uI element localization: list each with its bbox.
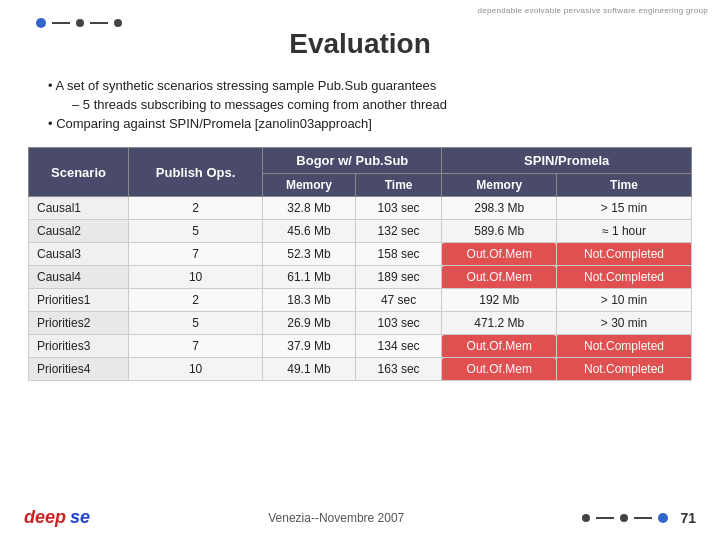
table-row: Causal1232.8 Mb103 sec298.3 Mb> 15 min	[29, 197, 692, 220]
footer: deep se Venezia--Novembre 2007 71	[0, 507, 720, 528]
table-row: Priorities41049.1 Mb163 secOut.Of.MemNot…	[29, 358, 692, 381]
table-cell: 192 Mb	[442, 289, 557, 312]
dot-b1	[582, 514, 590, 522]
table-cell: 37.9 Mb	[263, 335, 356, 358]
bullet-2: Comparing against SPIN/Promela [zanolin0…	[48, 116, 720, 131]
table-cell: 2	[129, 197, 263, 220]
table-cell: 7	[129, 335, 263, 358]
table-cell: 5	[129, 220, 263, 243]
table-cell: Causal1	[29, 197, 129, 220]
table-cell: 47 sec	[355, 289, 442, 312]
dot-line-b	[596, 517, 614, 519]
col-spin: SPIN/Promela	[442, 148, 692, 174]
slide-dots-top	[36, 18, 122, 28]
table-cell: Out.Of.Mem	[442, 358, 557, 381]
col-spin-time: Time	[556, 174, 691, 197]
col-publish: Publish Ops.	[129, 148, 263, 197]
table-cell: 103 sec	[355, 197, 442, 220]
bullet-1: A set of synthetic scenarios stressing s…	[48, 78, 720, 93]
table-cell: ≈ 1 hour	[556, 220, 691, 243]
table-cell: 18.3 Mb	[263, 289, 356, 312]
table-row: Priorities2526.9 Mb103 sec471.2 Mb> 30 m…	[29, 312, 692, 335]
col-spin-memory: Memory	[442, 174, 557, 197]
table-cell: Not.Completed	[556, 358, 691, 381]
dot-active	[36, 18, 46, 28]
table-cell: 61.1 Mb	[263, 266, 356, 289]
table-cell: 132 sec	[355, 220, 442, 243]
col-bogor-memory: Memory	[263, 174, 356, 197]
table-cell: 49.1 Mb	[263, 358, 356, 381]
table-cell: 134 sec	[355, 335, 442, 358]
dot-b2	[620, 514, 628, 522]
dot-b-active	[658, 513, 668, 523]
table-row: Causal41061.1 Mb189 secOut.Of.MemNot.Com…	[29, 266, 692, 289]
conference-label: Venezia--Novembre 2007	[268, 511, 404, 525]
table-cell: Not.Completed	[556, 243, 691, 266]
table-cell: Causal4	[29, 266, 129, 289]
table-cell: 5	[129, 312, 263, 335]
table-cell: Priorities4	[29, 358, 129, 381]
evaluation-table: Scenario Publish Ops. Bogor w/ Pub.Sub S…	[28, 147, 692, 381]
table-cell: > 30 min	[556, 312, 691, 335]
dot-line	[52, 22, 70, 24]
page-title: Evaluation	[0, 28, 720, 60]
table-cell: 10	[129, 266, 263, 289]
table-cell: Priorities2	[29, 312, 129, 335]
table-row: Priorities3737.9 Mb134 secOut.Of.MemNot.…	[29, 335, 692, 358]
table-cell: 32.8 Mb	[263, 197, 356, 220]
table-cell: 2	[129, 289, 263, 312]
logo: deep se	[24, 507, 90, 528]
table-cell: 158 sec	[355, 243, 442, 266]
dot	[76, 19, 84, 27]
logo-deep: deep	[24, 507, 66, 528]
col-bogor: Bogor w/ Pub.Sub	[263, 148, 442, 174]
data-table-container: Scenario Publish Ops. Bogor w/ Pub.Sub S…	[28, 147, 692, 381]
table-cell: Priorities3	[29, 335, 129, 358]
table-cell: 298.3 Mb	[442, 197, 557, 220]
table-cell: 163 sec	[355, 358, 442, 381]
dot2	[114, 19, 122, 27]
col-scenario: Scenario	[29, 148, 129, 197]
table-cell: Not.Completed	[556, 266, 691, 289]
table-cell: Not.Completed	[556, 335, 691, 358]
col-bogor-time: Time	[355, 174, 442, 197]
tagline: dependable evolvable pervasive software …	[477, 6, 708, 15]
slide-dots-bottom	[582, 513, 668, 523]
table-cell: Priorities1	[29, 289, 129, 312]
table-cell: 471.2 Mb	[442, 312, 557, 335]
table-cell: Out.Of.Mem	[442, 266, 557, 289]
table-cell: 52.3 Mb	[263, 243, 356, 266]
table-row: Causal2545.6 Mb132 sec589.6 Mb≈ 1 hour	[29, 220, 692, 243]
table-cell: 45.6 Mb	[263, 220, 356, 243]
table-cell: 589.6 Mb	[442, 220, 557, 243]
table-row: Causal3752.3 Mb158 secOut.Of.MemNot.Comp…	[29, 243, 692, 266]
table-cell: Out.Of.Mem	[442, 243, 557, 266]
table-cell: 26.9 Mb	[263, 312, 356, 335]
table-cell: Causal2	[29, 220, 129, 243]
logo-se: se	[70, 507, 90, 528]
table-row: Priorities1218.3 Mb47 sec192 Mb> 10 min	[29, 289, 692, 312]
table-cell: 10	[129, 358, 263, 381]
table-cell: Causal3	[29, 243, 129, 266]
dot-line2	[90, 22, 108, 24]
table-cell: > 10 min	[556, 289, 691, 312]
table-cell: 189 sec	[355, 266, 442, 289]
bullet-list: A set of synthetic scenarios stressing s…	[48, 78, 720, 131]
dot-line-b2	[634, 517, 652, 519]
page-number: 71	[680, 510, 696, 526]
table-cell: 7	[129, 243, 263, 266]
bullet-1-sub: 5 threads subscribing to messages coming…	[72, 97, 720, 112]
table-cell: > 15 min	[556, 197, 691, 220]
table-cell: Out.Of.Mem	[442, 335, 557, 358]
table-cell: 103 sec	[355, 312, 442, 335]
